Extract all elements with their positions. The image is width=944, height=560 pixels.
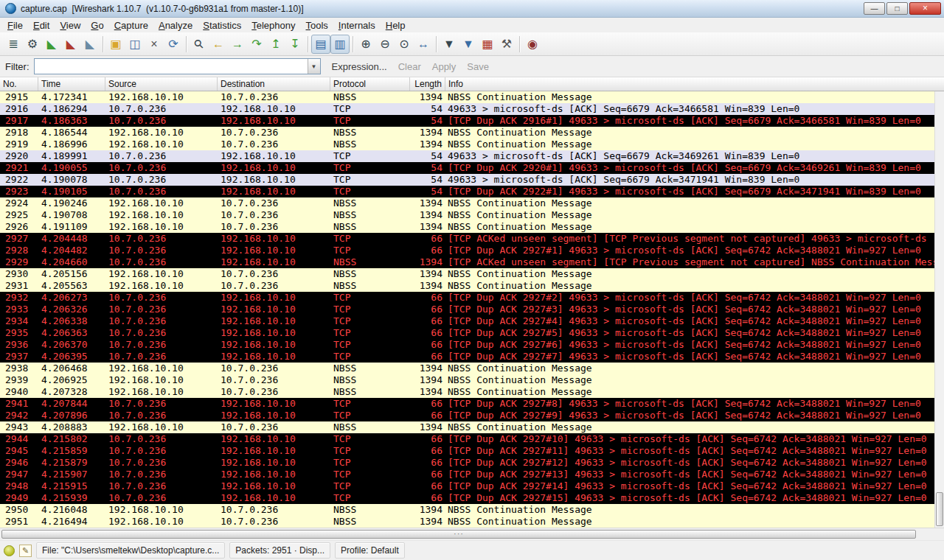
menu-help[interactable]: Help xyxy=(381,18,411,32)
packet-row[interactable]: 2935 4.206363 10.7.0.236 192.168.10.10 T… xyxy=(0,327,934,339)
packet-length: 1394 xyxy=(410,374,445,386)
menu-telephony[interactable]: Telephony xyxy=(246,18,300,32)
horizontal-scrollbar[interactable] xyxy=(0,528,944,540)
menu-edit[interactable]: Edit xyxy=(28,18,55,32)
menu-capture[interactable]: Capture xyxy=(109,18,153,32)
zoom-out-icon[interactable]: ⊖ xyxy=(375,35,395,54)
apply-button[interactable]: Apply xyxy=(432,61,457,72)
go-forward-icon[interactable]: → xyxy=(228,35,247,54)
resize-columns-icon[interactable]: ↔ xyxy=(414,35,433,54)
packet-row[interactable]: 2917 4.186363 10.7.0.236 192.168.10.10 T… xyxy=(0,115,934,127)
packet-row[interactable]: 2940 4.207328 192.168.10.10 10.7.0.236 N… xyxy=(0,386,934,398)
packet-row[interactable]: 2931 4.205563 192.168.10.10 10.7.0.236 N… xyxy=(0,280,934,292)
packet-row[interactable]: 2932 4.206273 10.7.0.236 192.168.10.10 T… xyxy=(0,292,934,304)
column-header[interactable]: Length xyxy=(410,77,445,91)
packet-row[interactable]: 2936 4.206370 10.7.0.236 192.168.10.10 T… xyxy=(0,339,934,351)
packet-row[interactable]: 2916 4.186294 10.7.0.236 192.168.10.10 T… xyxy=(0,103,934,115)
capture-filter-icon[interactable]: ▼ xyxy=(440,35,459,54)
packet-row[interactable]: 2951 4.216494 192.168.10.10 10.7.0.236 N… xyxy=(0,516,934,528)
help-icon[interactable]: ◉ xyxy=(523,35,542,54)
vertical-scrollbar[interactable] xyxy=(934,91,944,528)
capture-start-icon[interactable]: ◣ xyxy=(42,35,61,54)
close-file-icon[interactable]: × xyxy=(145,35,164,54)
packet-row[interactable]: 2922 4.190078 10.7.0.236 192.168.10.10 T… xyxy=(0,174,934,186)
save-file-icon[interactable]: ◫ xyxy=(125,35,145,54)
filter-input[interactable] xyxy=(35,59,308,74)
capture-stop-icon[interactable]: ◣ xyxy=(61,35,80,54)
menu-internals[interactable]: Internals xyxy=(333,18,381,32)
packet-row[interactable]: 2925 4.190708 192.168.10.10 10.7.0.236 N… xyxy=(0,209,934,221)
coloring-rules-icon[interactable]: ▦ xyxy=(478,35,497,54)
menu-analyze[interactable]: Analyze xyxy=(153,18,198,32)
go-back-icon[interactable]: ← xyxy=(209,35,228,54)
packet-row[interactable]: 2941 4.207844 10.7.0.236 192.168.10.10 T… xyxy=(0,398,934,410)
packet-row[interactable]: 2945 4.215859 10.7.0.236 192.168.10.10 T… xyxy=(0,445,934,457)
packet-length: 1394 xyxy=(410,139,445,150)
close-button[interactable]: × xyxy=(909,2,941,15)
maximize-button[interactable]: □ xyxy=(886,2,908,15)
menu-tools[interactable]: Tools xyxy=(301,18,333,32)
find-packet-icon[interactable]: ⚲ xyxy=(190,35,209,54)
packet-row[interactable]: 2920 4.189991 10.7.0.236 192.168.10.10 T… xyxy=(0,150,934,162)
expert-info-icon[interactable] xyxy=(4,545,15,556)
capture-comment-icon[interactable]: ✎ xyxy=(19,545,32,557)
packet-row[interactable]: 2919 4.186996 192.168.10.10 10.7.0.236 N… xyxy=(0,139,934,150)
packet-row[interactable]: 2939 4.206925 192.168.10.10 10.7.0.236 N… xyxy=(0,374,934,386)
packet-row[interactable]: 2923 4.190105 10.7.0.236 192.168.10.10 T… xyxy=(0,186,934,197)
menu-go[interactable]: Go xyxy=(86,18,108,32)
save-button[interactable]: Save xyxy=(467,61,489,72)
capture-options-icon[interactable]: ⚙ xyxy=(23,35,42,54)
packet-row[interactable]: 2947 4.215907 10.7.0.236 192.168.10.10 T… xyxy=(0,469,934,480)
packet-row[interactable]: 2921 4.190055 10.7.0.236 192.168.10.10 T… xyxy=(0,162,934,174)
zoom-in-icon[interactable]: ⊕ xyxy=(356,35,375,54)
packet-row[interactable]: 2930 4.205156 192.168.10.10 10.7.0.236 N… xyxy=(0,268,934,280)
packet-row[interactable]: 2915 4.172341 192.168.10.10 10.7.0.236 N… xyxy=(0,91,934,103)
column-header[interactable]: Destination xyxy=(218,77,330,91)
reload-icon[interactable]: ⟳ xyxy=(164,35,183,54)
packet-row[interactable]: 2934 4.206338 10.7.0.236 192.168.10.10 T… xyxy=(0,315,934,327)
packet-row[interactable]: 2950 4.216048 192.168.10.10 10.7.0.236 N… xyxy=(0,504,934,516)
toolbar-separator xyxy=(186,36,187,52)
column-header[interactable]: Time xyxy=(38,77,105,91)
display-filter-icon[interactable]: ▼ xyxy=(459,35,478,54)
packet-row[interactable]: 2933 4.206326 10.7.0.236 192.168.10.10 T… xyxy=(0,304,934,315)
preferences-icon[interactable]: ⚒ xyxy=(497,35,516,54)
packet-row[interactable]: 2942 4.207896 10.7.0.236 192.168.10.10 T… xyxy=(0,410,934,421)
column-header[interactable]: Info xyxy=(445,77,944,91)
interfaces-icon[interactable]: ≣ xyxy=(4,35,23,54)
clear-button[interactable]: Clear xyxy=(398,61,421,72)
capture-restart-icon[interactable]: ◣ xyxy=(80,35,100,54)
column-header[interactable]: Source xyxy=(105,77,218,91)
vertical-scrollbar-thumb[interactable] xyxy=(936,492,943,526)
filter-dropdown-button[interactable]: ▼ xyxy=(308,59,320,74)
expression-button[interactable]: Expression... xyxy=(332,61,387,72)
packet-row[interactable]: 2938 4.206468 192.168.10.10 10.7.0.236 N… xyxy=(0,363,934,374)
packet-row[interactable]: 2949 4.215939 10.7.0.236 192.168.10.10 T… xyxy=(0,492,934,504)
autoscroll-icon[interactable]: ▥ xyxy=(330,35,350,54)
column-header[interactable]: No. xyxy=(0,77,38,91)
minimize-button[interactable]: — xyxy=(864,2,885,15)
goto-top-icon[interactable]: ↥ xyxy=(266,35,285,54)
menu-view[interactable]: View xyxy=(55,18,86,32)
packet-row[interactable]: 2918 4.186544 192.168.10.10 10.7.0.236 N… xyxy=(0,127,934,139)
goto-bottom-icon[interactable]: ↧ xyxy=(285,35,305,54)
packet-row[interactable]: 2927 4.204448 10.7.0.236 192.168.10.10 T… xyxy=(0,233,934,245)
open-file-icon[interactable]: ▣ xyxy=(106,35,125,54)
packet-row[interactable]: 2924 4.190246 192.168.10.10 10.7.0.236 N… xyxy=(0,197,934,209)
packet-row[interactable]: 2946 4.215879 10.7.0.236 192.168.10.10 T… xyxy=(0,457,934,469)
colorize-list-icon[interactable]: ▤ xyxy=(311,35,330,54)
column-header[interactable]: Protocol xyxy=(330,77,410,91)
packet-row[interactable]: 2937 4.206395 10.7.0.236 192.168.10.10 T… xyxy=(0,351,934,363)
packet-row[interactable]: 2926 4.191109 192.168.10.10 10.7.0.236 N… xyxy=(0,221,934,233)
menu-file[interactable]: File xyxy=(2,18,28,32)
packet-row[interactable]: 2928 4.204482 10.7.0.236 192.168.10.10 T… xyxy=(0,245,934,256)
packet-row[interactable]: 2944 4.215802 10.7.0.236 192.168.10.10 T… xyxy=(0,433,934,445)
horizontal-scrollbar-thumb[interactable] xyxy=(1,530,916,539)
packet-row[interactable]: 2929 4.204660 10.7.0.236 192.168.10.10 N… xyxy=(0,256,934,268)
goto-packet-icon[interactable]: ↷ xyxy=(247,35,266,54)
packet-row[interactable]: 2948 4.215915 10.7.0.236 192.168.10.10 T… xyxy=(0,480,934,492)
zoom-100-icon[interactable]: ⊙ xyxy=(395,35,414,54)
packet-info: NBSS Continuation Message xyxy=(445,221,934,233)
packet-row[interactable]: 2943 4.208883 192.168.10.10 10.7.0.236 N… xyxy=(0,421,934,433)
menu-statistics[interactable]: Statistics xyxy=(198,18,246,32)
